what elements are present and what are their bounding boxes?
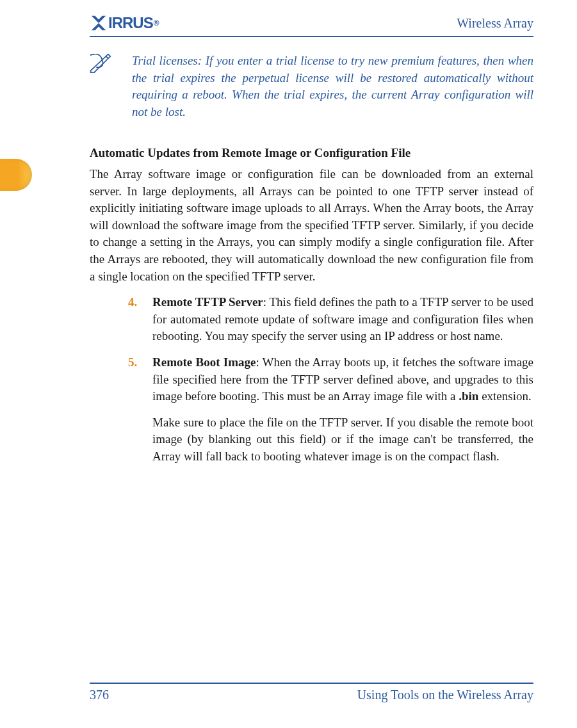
numbered-list: 4. Remote TFTP Server: This field define… [90,294,533,465]
section-tab-marker [0,159,32,191]
page-header: IRRUS® Wireless Array [90,10,533,37]
list-item: 4. Remote TFTP Server: This field define… [128,294,533,345]
pencil-note-icon [90,53,115,120]
section-heading: Automatic Updates from Remote Image or C… [90,145,533,162]
item-body: Remote Boot Image: When the Array boots … [152,354,533,465]
page-footer: 376 Using Tools on the Wireless Array [90,683,533,702]
footer-section-title: Using Tools on the Wireless Array [357,688,533,702]
note-block: Trial licenses: If you enter a trial lic… [90,53,533,120]
item-continuation: Make sure to place the file on the TFTP … [152,414,533,465]
note-text: Trial licenses: If you enter a trial lic… [132,53,533,120]
page-content: Trial licenses: If you enter a trial lic… [90,53,533,474]
registered-mark: ® [154,19,159,28]
brand-name: IRRUS [108,14,153,32]
item-title: Remote TFTP Server [152,295,263,309]
item-number: 5. [128,354,141,465]
item-body: Remote TFTP Server: This field defines t… [152,294,533,345]
brand-logo: IRRUS® [90,14,159,32]
page-number: 376 [90,688,109,702]
item-title: Remote Boot Image [152,355,256,369]
list-item: 5. Remote Boot Image: When the Array boo… [128,354,533,465]
item-text-bold: .bin [459,389,478,403]
logo-mark-icon [90,14,108,32]
item-number: 4. [128,294,141,345]
item-text-post: extension. [478,389,531,403]
header-title: Wireless Array [457,16,533,31]
section-paragraph: The Array software image or configuratio… [90,166,533,285]
